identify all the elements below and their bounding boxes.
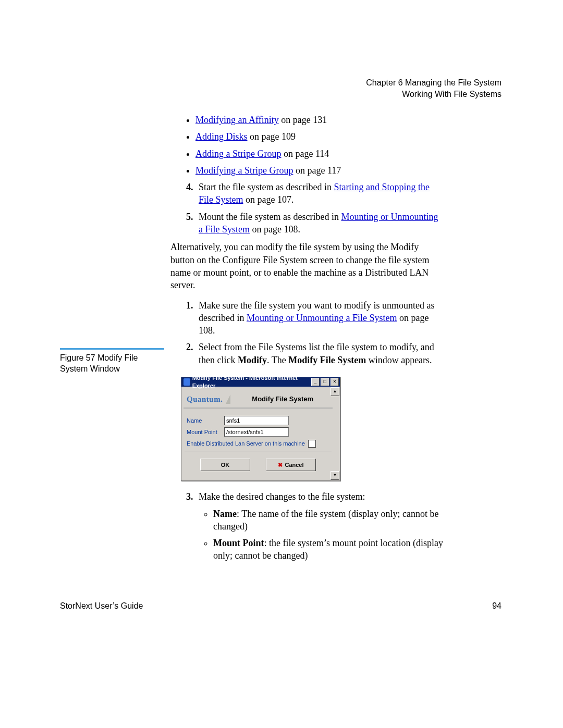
bullet-list-top: Modifying an Affinity on page 131 Adding…	[181, 114, 444, 177]
step-3: Make the desired changes to the file sys…	[195, 490, 444, 562]
xref-link[interactable]: Modifying an Affinity	[195, 115, 279, 125]
page-footer: StorNext User’s Guide 94	[60, 601, 501, 611]
xref-suffix: on page 117	[293, 165, 341, 176]
footer-doc-title: StorNext User’s Guide	[60, 601, 143, 611]
step-text: on page 108.	[250, 224, 300, 235]
dialog-titlebar: Modify File System - Microsoft Internet …	[181, 377, 340, 387]
body-column: Modifying an Affinity on page 131 Adding…	[181, 114, 444, 562]
modify-file-system-dialog: Modify File System - Microsoft Internet …	[181, 377, 340, 481]
footer-page-number: 94	[492, 601, 501, 611]
step-text: . The	[267, 355, 288, 365]
mount-point-field[interactable]	[224, 427, 289, 437]
sub-bullets: Name: The name of the file system (displ…	[199, 508, 444, 562]
page-header: Chapter 6 Managing the File System Worki…	[366, 77, 501, 100]
xref-suffix: on page 131	[279, 115, 327, 125]
figure-caption: Figure 57 Modify File System Window	[60, 348, 164, 375]
step-list-b: Make sure the file system you want to mo…	[181, 299, 444, 366]
header-chapter: Chapter 6 Managing the File System	[366, 77, 501, 89]
dialog-heading: Modify File System	[234, 394, 332, 404]
xref-suffix: on page 109	[248, 131, 296, 142]
figure-dialog: Modify File System - Microsoft Internet …	[181, 377, 444, 481]
step-list-a: Start the file system as described in St…	[181, 181, 444, 236]
ok-button-label: OK	[221, 462, 230, 468]
logo-divider-icon	[226, 394, 230, 404]
xref-link[interactable]: Mounting or Unmounting a File System	[247, 313, 397, 323]
step-2: Select from the File Systems list the fi…	[195, 341, 444, 366]
dialog-button-row: OK ✖ Cancel	[183, 454, 333, 476]
cancel-button-label: Cancel	[285, 462, 303, 468]
list-item: Modifying an Affinity on page 131	[195, 114, 444, 126]
xref-link[interactable]: Adding Disks	[195, 131, 248, 142]
close-button[interactable]: ×	[331, 378, 339, 386]
list-item: Adding Disks on page 109	[195, 130, 444, 143]
step-text: Make the desired changes to the file sys…	[199, 491, 365, 502]
xref-suffix: on page 114	[281, 149, 329, 159]
maximize-button[interactable]: □	[321, 378, 329, 386]
list-item: Mount Point: the file system’s mount poi…	[213, 537, 444, 562]
dlan-checkbox-label: Enable Distributed Lan Server on this ma…	[187, 440, 305, 448]
step-5: Mount the file system as described in Mo…	[195, 211, 444, 236]
list-item: Name: The name of the file system (displ…	[213, 508, 444, 533]
mount-point-label: Mount Point	[187, 428, 224, 436]
field-name: Mount Point	[213, 538, 264, 548]
dlan-checkbox-row: Enable Distributed Lan Server on this ma…	[183, 440, 333, 448]
ok-button[interactable]: OK	[200, 459, 250, 471]
ie-icon	[183, 378, 190, 386]
field-name: Name	[213, 509, 237, 519]
dialog-header-row: Quantum. Modify File System	[183, 391, 333, 409]
step-text: Mount the file system as described in	[199, 212, 341, 222]
field-desc: : The name of the file system (display o…	[213, 509, 439, 532]
scroll-down-button[interactable]: ▼	[331, 471, 339, 480]
brand-logo: Quantum.	[187, 394, 223, 404]
dialog-body: ▲ ▼ Quantum. Modify File System Name Mou…	[181, 387, 340, 480]
cancel-x-icon: ✖	[278, 462, 283, 468]
name-row: Name	[183, 416, 333, 425]
list-item: Modifying a Stripe Group on page 117	[195, 164, 444, 177]
scroll-up-button[interactable]: ▲	[331, 387, 339, 396]
ui-term: Modify File System	[288, 355, 366, 365]
dlan-checkbox[interactable]	[308, 440, 316, 448]
cancel-button[interactable]: ✖ Cancel	[266, 459, 316, 471]
name-field[interactable]	[224, 416, 289, 425]
mount-point-row: Mount Point	[183, 427, 333, 437]
list-item: Adding a Stripe Group on page 114	[195, 147, 444, 160]
step-text: Start the file system as described in	[199, 182, 334, 192]
divider	[185, 451, 332, 451]
step-text: window appears.	[366, 355, 432, 365]
ui-term: Modify	[238, 355, 267, 365]
step-list-c: Make the desired changes to the file sys…	[181, 490, 444, 562]
step-1: Make sure the file system you want to mo…	[195, 299, 444, 337]
step-text: on page 107.	[243, 194, 294, 205]
name-label: Name	[187, 417, 224, 425]
xref-link[interactable]: Modifying a Stripe Group	[195, 165, 293, 176]
step-4: Start the file system as described in St…	[195, 181, 444, 206]
minimize-button[interactable]: _	[311, 378, 320, 386]
paragraph: Alternatively, you can modify the file s…	[170, 241, 444, 291]
header-section: Working With File Systems	[366, 89, 501, 100]
xref-link[interactable]: Adding a Stripe Group	[195, 149, 281, 159]
